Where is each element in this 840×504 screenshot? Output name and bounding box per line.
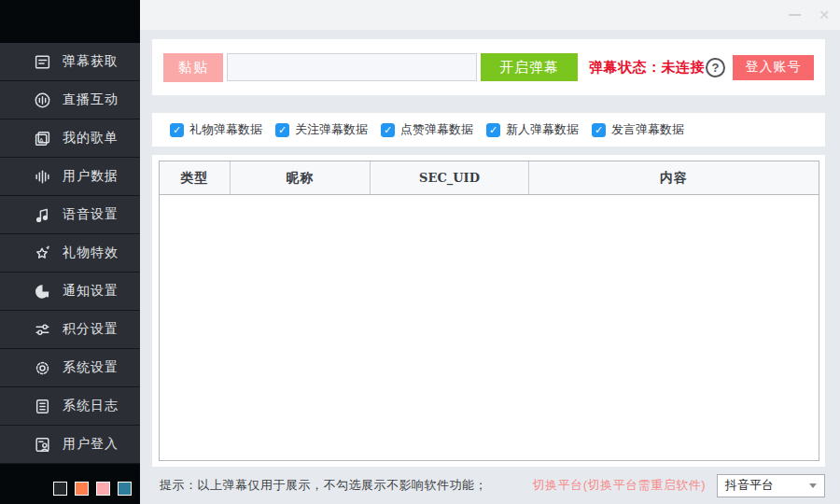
- table-body-empty[interactable]: [160, 195, 819, 460]
- login-account-button[interactable]: 登入账号: [733, 55, 814, 80]
- theme-swatch-pink[interactable]: [96, 482, 110, 496]
- titlebar: ✕: [140, 0, 840, 30]
- sidebar-item-voice-settings[interactable]: 语音设置: [0, 196, 140, 234]
- danmu-status-text: 弹幕状态：未连接: [589, 59, 705, 77]
- platform-select[interactable]: 抖音平台: [717, 474, 825, 497]
- live-interact-icon: [34, 91, 51, 109]
- caret-down-icon: [809, 483, 817, 488]
- filter-chat-danmu[interactable]: 发言弹幕数据: [592, 121, 684, 138]
- gear-icon: [34, 359, 51, 377]
- filter-gift-danmu[interactable]: 礼物弹幕数据: [170, 121, 262, 138]
- danmu-table-card: 类型 昵称 SEC_UID 内容: [152, 155, 825, 467]
- close-button[interactable]: ✕: [819, 8, 830, 21]
- column-header-sec-uid: SEC_UID: [371, 161, 529, 194]
- checkbox-icon: [275, 123, 289, 137]
- sidebar-item-label: 直播互动: [63, 91, 119, 108]
- content-area: 黏贴 开启弹幕 弹幕状态：未连接 ? 登入账号 礼物弹幕数据 关注弹幕数据: [140, 30, 840, 504]
- platform-select-value: 抖音平台: [725, 477, 809, 494]
- sidebar-item-label: 语音设置: [63, 206, 119, 223]
- sidebar-item-live-interact[interactable]: 直播互动: [0, 81, 140, 119]
- help-icon[interactable]: ?: [706, 58, 725, 77]
- sidebar-item-points-settings[interactable]: 积分设置: [0, 311, 140, 349]
- sidebar-item-playlist[interactable]: A 我的歌单: [0, 119, 140, 158]
- log-icon: [34, 398, 51, 415]
- app-window: 弹幕获取 直播互动 A 我的歌单 用户数据 语音设置 礼物特效: [0, 0, 840, 504]
- sidebar: 弹幕获取 直播互动 A 我的歌单 用户数据 语音设置 礼物特效: [0, 0, 140, 504]
- room-url-input[interactable]: [227, 53, 477, 81]
- column-header-nickname: 昵称: [231, 161, 371, 194]
- theme-swatch-orange[interactable]: [75, 482, 89, 496]
- sidebar-item-label: 用户登入: [63, 436, 119, 453]
- sidebar-item-label: 礼物特效: [63, 245, 119, 261]
- danmu-table: 类型 昵称 SEC_UID 内容: [159, 161, 819, 461]
- topbar-card: 黏贴 开启弹幕 弹幕状态：未连接 ? 登入账号: [152, 39, 825, 95]
- theme-swatches: [0, 464, 132, 496]
- switch-platform-text: 切换平台(切换平台需重启软件): [533, 477, 706, 494]
- sidebar-item-system-log[interactable]: 系统日志: [0, 387, 140, 426]
- sidebar-item-notification-settings[interactable]: 通知设置: [0, 273, 140, 311]
- danmu-list-icon: [34, 53, 51, 71]
- theme-swatch-teal[interactable]: [118, 482, 132, 496]
- theme-swatch-dark[interactable]: [53, 482, 67, 496]
- column-header-content: 内容: [529, 161, 819, 194]
- points-sliders-icon: [34, 321, 51, 339]
- sidebar-item-gift-effects[interactable]: 礼物特效: [0, 234, 140, 273]
- playlist-icon: A: [34, 130, 51, 147]
- sidebar-item-danmu-get[interactable]: 弹幕获取: [0, 43, 140, 81]
- user-login-icon: [34, 436, 51, 454]
- filter-label: 新人弹幕数据: [506, 121, 579, 138]
- checkbox-icon: [170, 123, 184, 137]
- paste-button[interactable]: 黏贴: [163, 53, 223, 82]
- column-header-type: 类型: [160, 161, 231, 194]
- sidebar-item-label: 系统日志: [63, 398, 119, 414]
- sidebar-footer: [0, 464, 140, 504]
- filter-label: 点赞弹幕数据: [400, 121, 473, 138]
- footer-bar: 提示：以上弹幕仅用于展示，不勾选展示不影响软件功能； 切换平台(切换平台需重启软…: [152, 471, 825, 499]
- gift-star-icon: [34, 245, 51, 262]
- svg-text:A: A: [39, 135, 44, 144]
- checkbox-icon: [592, 123, 606, 137]
- sidebar-item-user-data[interactable]: 用户数据: [0, 158, 140, 196]
- start-danmu-button[interactable]: 开启弹幕: [481, 53, 578, 81]
- hint-text: 提示：以上弹幕仅用于展示，不勾选展示不影响软件功能；: [160, 477, 487, 494]
- filter-newcomer-danmu[interactable]: 新人弹幕数据: [486, 121, 579, 138]
- checkbox-icon: [381, 123, 395, 137]
- sidebar-item-system-settings[interactable]: 系统设置: [0, 349, 140, 387]
- sidebar-item-label: 弹幕获取: [63, 53, 119, 70]
- sidebar-item-label: 系统设置: [63, 359, 119, 376]
- notification-icon: [34, 283, 51, 301]
- sidebar-item-label: 用户数据: [63, 168, 119, 185]
- minimize-button[interactable]: [789, 14, 801, 16]
- filter-label: 关注弹幕数据: [295, 121, 368, 138]
- sidebar-logo-area: [0, 0, 140, 43]
- filter-follow-danmu[interactable]: 关注弹幕数据: [275, 121, 368, 138]
- main-area: ✕ 黏贴 开启弹幕 弹幕状态：未连接 ? 登入账号 礼物弹幕数据 关注弹幕数据: [140, 0, 840, 504]
- sidebar-menu: 弹幕获取 直播互动 A 我的歌单 用户数据 语音设置 礼物特效: [0, 43, 140, 464]
- checkbox-icon: [486, 123, 500, 137]
- sidebar-item-label: 我的歌单: [63, 130, 119, 147]
- sidebar-item-label: 通知设置: [63, 283, 119, 300]
- user-data-icon: [34, 168, 51, 186]
- voice-settings-icon: [34, 206, 51, 224]
- filter-like-danmu[interactable]: 点赞弹幕数据: [381, 121, 473, 138]
- sidebar-item-label: 积分设置: [63, 321, 119, 338]
- sidebar-item-user-login[interactable]: 用户登入: [0, 426, 140, 464]
- filter-label: 礼物弹幕数据: [189, 121, 262, 138]
- table-header-row: 类型 昵称 SEC_UID 内容: [160, 161, 819, 195]
- filters-card: 礼物弹幕数据 关注弹幕数据 点赞弹幕数据 新人弹幕数据 发言弹幕数据: [152, 113, 825, 147]
- filter-label: 发言弹幕数据: [611, 121, 684, 138]
